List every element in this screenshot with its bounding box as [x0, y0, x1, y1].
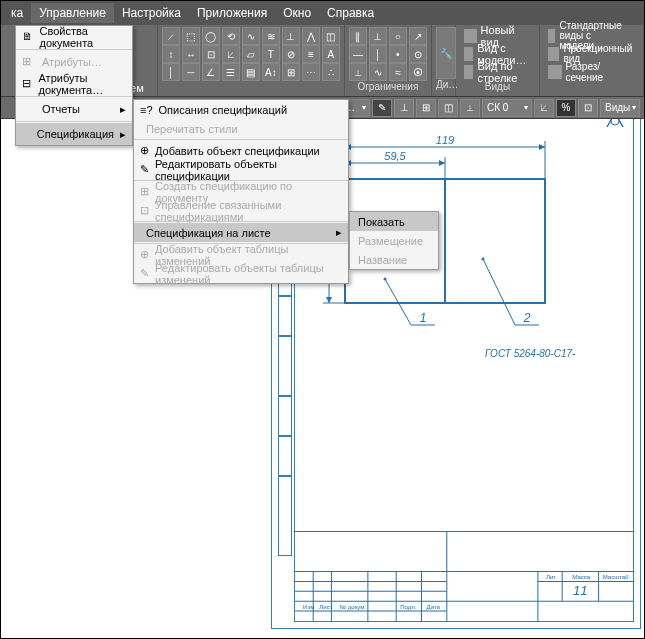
menu-manage-linked-spec[interactable]: ⊡Управление связанными спецификациями: [134, 201, 348, 220]
callout-2: 2: [523, 311, 531, 325]
arrow-view-button[interactable]: Вид по стрелке: [460, 63, 535, 81]
menu-reread-styles[interactable]: Перечитать стили: [134, 119, 348, 138]
ribbon-btn[interactable]: ⋯: [302, 63, 320, 81]
ribbon-btn[interactable]: ◫: [322, 27, 340, 45]
ribbon-btn[interactable]: ⦿: [409, 63, 427, 81]
ribbon-btn[interactable]: ⟂: [349, 63, 367, 81]
ribbon-btn[interactable]: ○: [389, 27, 407, 45]
ribbon-btn[interactable]: ▤: [242, 63, 260, 81]
ribbon-btn[interactable]: ▱: [242, 45, 260, 63]
ribbon-btn[interactable]: T: [262, 45, 280, 63]
menu-placement[interactable]: Размещение: [350, 231, 438, 250]
svg-text:Лист: Лист: [319, 604, 332, 610]
menu-spec-descriptions[interactable]: ≡?Описания спецификаций: [134, 100, 348, 119]
ribbon-btn[interactable]: ∠: [202, 63, 220, 81]
svg-line-22: [483, 259, 515, 325]
std-views-icon: [548, 29, 555, 43]
new-view-icon: [464, 29, 477, 43]
ribbon-btn[interactable]: ↔: [182, 45, 200, 63]
ribbon-group-views: Виды: [460, 81, 535, 95]
roughness-symbol-icon: [603, 119, 627, 131]
dim-595: 59,5: [384, 150, 406, 162]
pencil-icon[interactable]: ✎: [372, 99, 392, 117]
ribbon-btn[interactable]: │: [369, 45, 387, 63]
add-table-icon: ⊕: [140, 248, 149, 261]
views-combo[interactable]: Виды: [600, 99, 640, 117]
ribbon-btn[interactable]: ⟲: [222, 27, 240, 45]
callout-1: 1: [420, 311, 427, 325]
menu-edit-spec-objects[interactable]: ✎Редактировать объекты спецификации: [134, 160, 348, 179]
ribbon-btn[interactable]: ⊡: [202, 45, 220, 63]
ribbon-btn[interactable]: ⋀: [302, 27, 320, 45]
menu-spec-on-sheet[interactable]: Спецификация на листе▸: [134, 223, 348, 242]
ribbon-btn[interactable]: ☰: [222, 63, 240, 81]
chevron-right-icon: ▸: [120, 103, 126, 116]
management-menu: 🗎Свойства документа ⊞Атрибуты… ⊟Атрибуты…: [15, 25, 133, 146]
model-view-icon: [464, 47, 473, 61]
menu-name[interactable]: Название: [350, 250, 438, 269]
ribbon-btn[interactable]: ≈: [389, 63, 407, 81]
menu-truncated[interactable]: ка: [3, 3, 31, 23]
svg-point-1: [611, 119, 619, 125]
sb-btn[interactable]: ◫: [438, 99, 458, 117]
ribbon-btn[interactable]: │: [162, 63, 180, 81]
ribbon-btn[interactable]: ◯: [202, 27, 220, 45]
ribbon-btn[interactable]: ⬚: [182, 27, 200, 45]
arrow-view-icon: [464, 65, 474, 79]
ribbon-btn[interactable]: ∿: [242, 27, 260, 45]
ribbon-btn[interactable]: ↗: [409, 27, 427, 45]
sb-btn[interactable]: ⟀: [534, 99, 554, 117]
layer-combo[interactable]: СК 0: [482, 99, 532, 117]
sb-btn[interactable]: %: [556, 99, 576, 117]
create-spec-icon: ⊞: [140, 185, 149, 198]
ribbon-btn[interactable]: ∥: [349, 27, 367, 45]
ribbon-btn[interactable]: ∴: [322, 63, 340, 81]
ribbon-btn[interactable]: ⊘: [282, 45, 300, 63]
diag-button[interactable]: 🔧: [436, 27, 456, 79]
ribbon-btn[interactable]: ⟋: [162, 27, 180, 45]
ribbon-btn[interactable]: —: [349, 45, 367, 63]
ribbon-btn[interactable]: ─: [182, 63, 200, 81]
ribbon-btn[interactable]: ⊥: [282, 27, 300, 45]
menu-edit-change-table[interactable]: ✎Редактировать объекты таблицы изменений: [134, 264, 348, 283]
menu-settings[interactable]: Настройка: [114, 3, 189, 23]
sb-btn[interactable]: ⟂: [460, 99, 480, 117]
menu-doc-properties[interactable]: 🗎Свойства документа: [16, 26, 132, 48]
menu-reports[interactable]: Отчеты▸: [16, 98, 132, 120]
ribbon-btn[interactable]: ⊙: [409, 45, 427, 63]
sheet-number: 11: [573, 583, 588, 598]
menu-management[interactable]: Управление: [31, 3, 114, 23]
svg-text:Масштаб: Масштаб: [603, 575, 630, 581]
ribbon-btn[interactable]: ≡: [302, 45, 320, 63]
menu-specification[interactable]: Спецификация▸: [16, 123, 132, 145]
spec-desc-icon: ≡?: [140, 104, 153, 116]
ribbon-btn[interactable]: ⟀: [222, 45, 240, 63]
chevron-right-icon: ▸: [120, 128, 126, 141]
ribbon-btn[interactable]: A: [322, 45, 340, 63]
section-button[interactable]: Разрез/сечение: [544, 63, 639, 81]
menu-doc-attributes[interactable]: ⊟Атрибуты документа…: [16, 73, 132, 95]
manage-spec-icon: ⊡: [140, 204, 149, 217]
menu-attributes[interactable]: ⊞Атрибуты…: [16, 51, 132, 73]
ribbon-btn[interactable]: A↕: [262, 63, 280, 81]
svg-text:Лит.: Лит.: [546, 575, 558, 581]
edit-spec-icon: ✎: [140, 163, 149, 176]
sb-btn[interactable]: ⊡: [578, 99, 598, 117]
ribbon-btn[interactable]: ∿: [369, 63, 387, 81]
ribbon-btn[interactable]: •: [389, 45, 407, 63]
ribbon-btn[interactable]: ≋: [262, 27, 280, 45]
menu-apps[interactable]: Приложения: [189, 3, 275, 23]
svg-marker-9: [439, 160, 445, 166]
menu-help[interactable]: Справка: [319, 3, 382, 23]
svg-text:Дата: Дата: [427, 604, 441, 610]
properties-icon: 🗎: [22, 30, 34, 44]
ribbon-btn[interactable]: ⊞: [282, 63, 300, 81]
ribbon-btn[interactable]: ⊥: [369, 27, 387, 45]
menu-show[interactable]: Показать: [350, 212, 438, 231]
gost-annotation: ГОСТ 5264-80-С17-…: [485, 348, 575, 359]
menu-window[interactable]: Окно: [275, 3, 319, 23]
ribbon-btn[interactable]: ↕: [162, 45, 180, 63]
sb-btn[interactable]: ⊥: [394, 99, 414, 117]
sb-btn[interactable]: ⊞: [416, 99, 436, 117]
dim-119: 119: [436, 134, 454, 146]
